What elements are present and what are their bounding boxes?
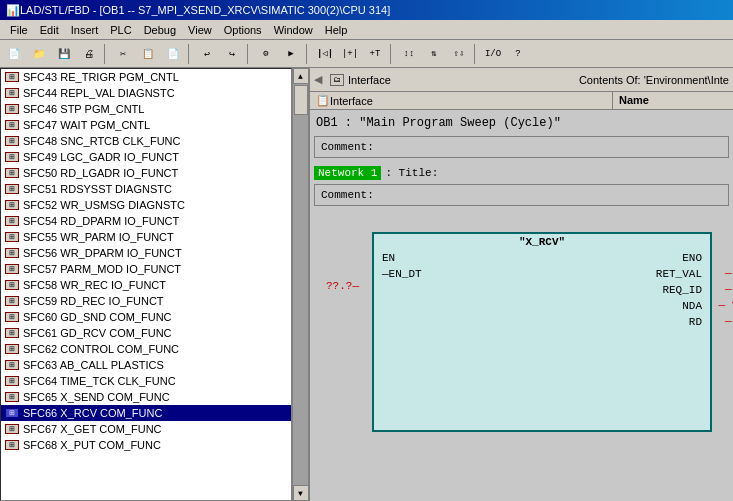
tree-item-icon-sfc56: ⊞ — [5, 248, 19, 258]
tree-item-label-sfc49: SFC49 LGC_GADR IO_FUNCT — [23, 151, 179, 163]
interface-col-label: Interface — [330, 95, 373, 107]
tree-item-label-sfc57: SFC57 PARM_MOD IO_FUNCT — [23, 263, 181, 275]
tree-item-icon-sfc64: ⊞ — [5, 376, 19, 386]
toolbar-btn6[interactable]: ↕↕ — [397, 43, 421, 65]
contents-of: Contents Of: 'Environment\Inte — [403, 74, 729, 86]
tree-item-sfc60[interactable]: ⊞SFC60 GD_SND COM_FUNC — [1, 309, 291, 325]
menu-view[interactable]: View — [182, 22, 218, 38]
scroll-down-btn[interactable]: ▼ — [293, 485, 309, 501]
tree-item-sfc68[interactable]: ⊞SFC68 X_PUT COM_FUNC — [1, 437, 291, 453]
tree-item-sfc52[interactable]: ⊞SFC52 WR_USMSG DIAGNSTC — [1, 197, 291, 213]
tree-item-sfc67[interactable]: ⊞SFC67 X_GET COM_FUNC — [1, 421, 291, 437]
toolbar-btn8[interactable]: ⇧⇩ — [447, 43, 471, 65]
scroll-up-btn[interactable]: ▲ — [293, 68, 309, 84]
tree-item-sfc47[interactable]: ⊞SFC47 WAIT PGM_CNTL — [1, 117, 291, 133]
tree-item-sfc48[interactable]: ⊞SFC48 SNC_RTCB CLK_FUNC — [1, 133, 291, 149]
tree-item-sfc46[interactable]: ⊞SFC46 STP PGM_CNTL — [1, 101, 291, 117]
right-panel: ◀ 🗂 Interface Contents Of: 'Environment\… — [310, 68, 733, 501]
toolbar-btn3[interactable]: |◁| — [313, 43, 337, 65]
col-interface: 📋 Interface — [310, 92, 613, 109]
tree-item-label-sfc54: SFC54 RD_DPARM IO_FUNCT — [23, 215, 179, 227]
interface-tab-icon2: 📋 — [316, 94, 330, 107]
left-panel-content: ⊞SFC43 RE_TRIGR PGM_CNTL⊞SFC44 REPL_VAL … — [0, 68, 308, 501]
fbd-area: ??.?— "X_RCV" EN ENO — [314, 214, 729, 450]
tree-item-icon-sfc60: ⊞ — [5, 312, 19, 322]
menu-debug[interactable]: Debug — [138, 22, 182, 38]
tree-item-sfc54[interactable]: ⊞SFC54 RD_DPARM IO_FUNCT — [1, 213, 291, 229]
tree-item-sfc58[interactable]: ⊞SFC58 WR_REC IO_FUNCT — [1, 277, 291, 293]
tree-item-label-sfc56: SFC56 WR_DPARM IO_FUNCT — [23, 247, 182, 259]
tree-item-sfc56[interactable]: ⊞SFC56 WR_DPARM IO_FUNCT — [1, 245, 291, 261]
tree-item-icon-sfc68: ⊞ — [5, 440, 19, 450]
tree-item-sfc61[interactable]: ⊞SFC61 GD_RCV COM_FUNC — [1, 325, 291, 341]
menu-edit[interactable]: Edit — [34, 22, 65, 38]
tree-item-label-sfc65: SFC65 X_SEND COM_FUNC — [23, 391, 170, 403]
toolbar-new[interactable]: 📄 — [2, 43, 26, 65]
req-id-pin: REQ_ID — [662, 284, 702, 296]
tree-item-icon-sfc63: ⊞ — [5, 360, 19, 370]
tree-item-icon-sfc65: ⊞ — [5, 392, 19, 402]
tree-item-sfc59[interactable]: ⊞SFC59 RD_REC IO_FUNCT — [1, 293, 291, 309]
nda-row: — ??.? NDA — [374, 298, 710, 314]
col-name: Name — [613, 92, 733, 109]
tree-scrollbar[interactable]: ▲ ▼ — [292, 68, 308, 501]
ob-header: OB1 : "Main Program Sweep (Cycle)" — [314, 114, 729, 132]
toolbar-btn5[interactable]: +T — [363, 43, 387, 65]
right-panel-content: OB1 : "Main Program Sweep (Cycle)" Comme… — [310, 110, 733, 501]
ret-val-pin: RET_VAL — [656, 268, 702, 280]
tree-item-sfc50[interactable]: ⊞SFC50 RD_LGADR IO_FUNCT — [1, 165, 291, 181]
toolbar-btn9[interactable]: I/O — [481, 43, 505, 65]
network-title-text: : Title: — [385, 167, 438, 179]
scroll-thumb[interactable] — [294, 85, 308, 115]
right-scroll-area[interactable]: OB1 : "Main Program Sweep (Cycle)" Comme… — [310, 110, 733, 501]
tree-item-sfc65[interactable]: ⊞SFC65 X_SEND COM_FUNC — [1, 389, 291, 405]
tree-item-icon-sfc46: ⊞ — [5, 104, 19, 114]
tree-item-label-sfc55: SFC55 WR_PARM IO_FUNCT — [23, 231, 174, 243]
comment-label-1: Comment: — [321, 141, 374, 153]
toolbar-undo[interactable]: ↩ — [195, 43, 219, 65]
tree-item-sfc43[interactable]: ⊞SFC43 RE_TRIGR PGM_CNTL — [1, 69, 291, 85]
tree-item-icon-sfc61: ⊞ — [5, 328, 19, 338]
tree-item-sfc63[interactable]: ⊞SFC63 AB_CALL PLASTICS — [1, 357, 291, 373]
toolbar-print[interactable]: 🖨 — [77, 43, 101, 65]
toolbar-save[interactable]: 💾 — [52, 43, 76, 65]
tree-item-label-sfc44: SFC44 REPL_VAL DIAGNSTC — [23, 87, 175, 99]
menu-file[interactable]: File — [4, 22, 34, 38]
tree-item-sfc62[interactable]: ⊞SFC62 CONTROL COM_FUNC — [1, 341, 291, 357]
comment-block-2: Comment: — [314, 184, 729, 206]
right-panel-header: ◀ 🗂 Interface Contents Of: 'Environment\… — [310, 68, 733, 92]
tree-item-sfc51[interactable]: ⊞SFC51 RDSYSST DIAGNSTC — [1, 181, 291, 197]
tree-item-icon-sfc49: ⊞ — [5, 152, 19, 162]
tree-item-sfc44[interactable]: ⊞SFC44 REPL_VAL DIAGNSTC — [1, 85, 291, 101]
toolbar-sep-1 — [104, 44, 108, 64]
menu-options[interactable]: Options — [218, 22, 268, 38]
toolbar-btn4[interactable]: |+| — [338, 43, 362, 65]
tree-item-icon-sfc58: ⊞ — [5, 280, 19, 290]
tree-item-sfc57[interactable]: ⊞SFC57 PARM_MOD IO_FUNCT — [1, 261, 291, 277]
menu-plc[interactable]: PLC — [104, 22, 137, 38]
toolbar-open[interactable]: 📁 — [27, 43, 51, 65]
toolbar-btn1[interactable]: ⚙ — [254, 43, 278, 65]
interface-label[interactable]: Interface — [348, 74, 391, 86]
tree-panel[interactable]: ⊞SFC43 RE_TRIGR PGM_CNTL⊞SFC44 REPL_VAL … — [0, 68, 292, 501]
tree-item-label-sfc62: SFC62 CONTROL COM_FUNC — [23, 343, 179, 355]
toolbar-redo[interactable]: ↪ — [220, 43, 244, 65]
tree-item-icon-sfc57: ⊞ — [5, 264, 19, 274]
tree-item-sfc66[interactable]: ⊞SFC66 X_RCV COM_FUNC — [1, 405, 291, 421]
tree-item-sfc64[interactable]: ⊞SFC64 TIME_TCK CLK_FUNC — [1, 373, 291, 389]
toolbar-btn2[interactable]: ▶ — [279, 43, 303, 65]
toolbar-help[interactable]: ? — [506, 43, 530, 65]
main-layout: ⊞SFC43 RE_TRIGR PGM_CNTL⊞SFC44 REPL_VAL … — [0, 68, 733, 501]
toolbar-paste[interactable]: 📄 — [161, 43, 185, 65]
menu-help[interactable]: Help — [319, 22, 354, 38]
toolbar-btn7[interactable]: ⇅ — [422, 43, 446, 65]
toolbar-copy[interactable]: 📋 — [136, 43, 160, 65]
menu-insert[interactable]: Insert — [65, 22, 105, 38]
name-col-label: Name — [619, 94, 649, 106]
tree-item-sfc55[interactable]: ⊞SFC55 WR_PARM IO_FUNCT — [1, 229, 291, 245]
toolbar-cut[interactable]: ✂ — [111, 43, 135, 65]
tree-item-icon-sfc48: ⊞ — [5, 136, 19, 146]
comment-label-2: Comment: — [321, 189, 374, 201]
tree-item-sfc49[interactable]: ⊞SFC49 LGC_GADR IO_FUNCT — [1, 149, 291, 165]
menu-window[interactable]: Window — [268, 22, 319, 38]
